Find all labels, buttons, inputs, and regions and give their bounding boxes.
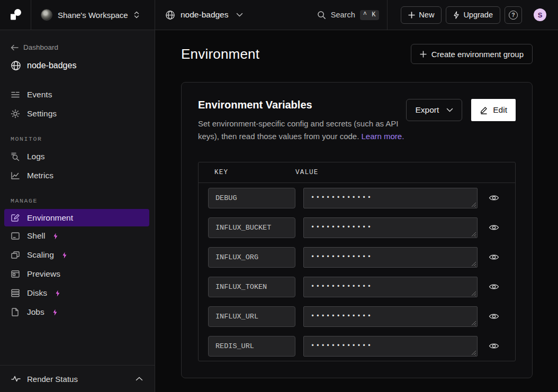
- sidebar-item-jobs[interactable]: Jobs: [4, 303, 149, 322]
- edit-button-label: Edit: [493, 105, 507, 115]
- render-logo-icon: [8, 8, 22, 22]
- sidebar-item-label: Shell: [27, 231, 45, 241]
- search-shortcut-badge: ^ K: [360, 10, 380, 20]
- reveal-value-eye-icon[interactable]: [488, 192, 500, 204]
- sidebar-item-events[interactable]: Events: [4, 85, 149, 104]
- env-key-input[interactable]: [208, 217, 295, 238]
- env-key-input[interactable]: [208, 306, 295, 327]
- user-avatar[interactable]: S: [534, 8, 546, 21]
- sidebar-item-previews[interactable]: Previews: [4, 265, 149, 284]
- render-status-label: Render Status: [27, 375, 78, 384]
- chevron-up-down-icon: [133, 11, 140, 19]
- reveal-value-eye-icon[interactable]: [488, 221, 500, 234]
- sidebar-item-label: Previews: [27, 269, 60, 279]
- eye-icon: [489, 342, 499, 350]
- workspace-selector[interactable]: Shane's Workspace: [31, 0, 155, 30]
- back-to-dashboard-link[interactable]: Dashboard: [11, 43, 58, 51]
- render-status-toggle[interactable]: Render Status: [0, 365, 155, 392]
- metrics-chart-icon: [11, 171, 20, 180]
- edit-button[interactable]: Edit: [471, 99, 516, 121]
- sidebar-item-label: Logs: [27, 152, 45, 161]
- plus-icon: [408, 12, 415, 19]
- sidebar-service-name[interactable]: node-badges: [11, 60, 76, 71]
- key-column-header: KEY: [199, 169, 294, 176]
- reveal-value-eye-icon[interactable]: [488, 251, 500, 263]
- sidebar-item-environment[interactable]: Environment: [4, 209, 149, 226]
- env-value-input[interactable]: [303, 306, 478, 327]
- env-value-input[interactable]: [303, 217, 478, 238]
- env-value-input[interactable]: [303, 188, 478, 208]
- sidebar-section-manage: MANAGE: [11, 197, 155, 204]
- env-key-input[interactable]: [208, 188, 295, 208]
- shell-terminal-icon: [11, 231, 20, 241]
- env-key-input[interactable]: [208, 336, 295, 357]
- sidebar-item-scaling[interactable]: Scaling: [4, 245, 149, 265]
- sidebar-item-metrics[interactable]: Metrics: [4, 166, 149, 185]
- export-button-label: Export: [415, 105, 439, 115]
- sidebar-service-label: node-badges: [27, 61, 76, 70]
- value-column-header: VALUE: [294, 169, 319, 176]
- env-key-input[interactable]: [208, 277, 295, 297]
- plus-icon: [420, 51, 427, 58]
- topbar-actions: New Upgrade ? S: [388, 0, 558, 30]
- previews-window-icon: [11, 269, 20, 279]
- reveal-value-eye-icon[interactable]: [488, 340, 500, 352]
- logs-search-icon: [11, 152, 20, 161]
- sidebar-item-label: Settings: [27, 109, 57, 118]
- scaling-layers-icon: [11, 250, 20, 260]
- sidebar-item-label: Events: [27, 90, 52, 99]
- sidebar: Dashboard node-badges Events Settings: [0, 30, 155, 392]
- sidebar-nav: Events Settings MONITOR Logs: [0, 85, 155, 322]
- eye-icon: [489, 282, 499, 291]
- back-link-label: Dashboard: [23, 43, 58, 51]
- sidebar-item-shell[interactable]: Shell: [4, 226, 149, 245]
- sidebar-item-settings[interactable]: Settings: [4, 104, 149, 123]
- create-environment-group-button[interactable]: Create environment group: [411, 44, 533, 64]
- search-trigger[interactable]: Search ^ K: [317, 0, 388, 30]
- upgrade-button[interactable]: Upgrade: [446, 6, 500, 24]
- disks-stack-icon: [11, 288, 20, 298]
- env-var-row: [199, 302, 515, 331]
- page-title: Environment: [181, 46, 259, 62]
- sidebar-item-label: Disks: [27, 288, 47, 298]
- eye-icon: [489, 253, 499, 261]
- reveal-value-eye-icon[interactable]: [488, 310, 500, 323]
- export-button[interactable]: Export: [406, 99, 462, 121]
- sidebar-item-disks[interactable]: Disks: [4, 284, 149, 303]
- search-label: Search: [331, 11, 355, 19]
- card-description: Set environment-specific config and secr…: [198, 117, 406, 142]
- eye-icon: [489, 194, 499, 202]
- learn-more-link[interactable]: Learn more.: [362, 132, 404, 141]
- chevron-down-icon: [236, 13, 243, 17]
- env-var-row: [199, 331, 515, 361]
- env-var-row: [199, 213, 515, 242]
- env-value-input[interactable]: [303, 336, 478, 357]
- addon-bolt-icon: [62, 252, 67, 259]
- upgrade-button-label: Upgrade: [463, 11, 493, 19]
- addon-bolt-icon: [55, 290, 60, 297]
- top-bar: Shane's Workspace node-badges Search ^ K…: [0, 0, 558, 30]
- sidebar-section-monitor: MONITOR: [11, 135, 155, 142]
- service-name: node-badges: [181, 10, 229, 20]
- env-value-input[interactable]: [303, 277, 478, 297]
- env-key-input[interactable]: [208, 247, 295, 268]
- service-selector[interactable]: node-badges: [155, 0, 243, 30]
- reveal-value-eye-icon[interactable]: [488, 280, 500, 293]
- addon-bolt-icon: [53, 233, 58, 240]
- env-value-input[interactable]: [303, 247, 478, 268]
- table-header: KEY VALUE: [199, 162, 515, 183]
- sidebar-item-label: Environment: [27, 213, 73, 223]
- eye-icon: [489, 312, 499, 321]
- new-button[interactable]: New: [401, 6, 442, 24]
- eye-icon: [489, 223, 499, 232]
- main-content: Environment Create environment group Env…: [155, 30, 558, 392]
- question-mark-icon: ?: [509, 11, 518, 20]
- chevron-down-icon: [446, 108, 453, 112]
- search-icon: [317, 11, 326, 20]
- render-logo[interactable]: [0, 0, 31, 30]
- help-button[interactable]: ?: [505, 6, 522, 24]
- arrow-left-icon: [11, 44, 19, 51]
- env-var-row: [199, 242, 515, 272]
- sidebar-item-logs[interactable]: Logs: [4, 147, 149, 166]
- lightning-icon: [453, 11, 460, 19]
